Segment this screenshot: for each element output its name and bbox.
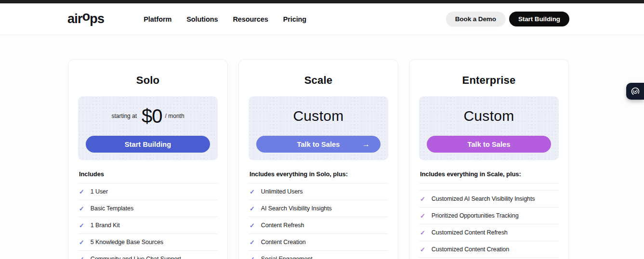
top-bar <box>0 0 644 3</box>
price-value: $0 <box>142 105 162 127</box>
feature-label: Customized AI Search Visibility Insights <box>432 195 535 202</box>
check-icon: ✓ <box>250 189 255 195</box>
price-box: Custom Talk to Sales <box>419 96 559 160</box>
site-header: airops Platform Solutions Resources Pric… <box>0 3 644 35</box>
feature-label: Content Creation <box>261 239 306 246</box>
feature-row: ✓Social Engagement <box>249 250 388 259</box>
book-demo-button[interactable]: Book a Demo <box>446 12 505 26</box>
cta-label: Talk to Sales <box>468 141 511 148</box>
main-nav: Platform Solutions Resources Pricing <box>144 15 306 23</box>
logo-text: ps <box>90 12 104 26</box>
feature-row: ✓AI Search Visibility Insights <box>249 200 388 217</box>
features-list: Includes everything in Solo, plus: ✓Unli… <box>249 170 388 259</box>
talk-to-sales-cta[interactable]: Talk to Sales <box>427 136 551 153</box>
price-box: Custom Talk to Sales→ <box>249 96 388 160</box>
arrow-right-icon: → <box>362 140 370 149</box>
feature-label: Community and Live Chat Support <box>91 256 181 259</box>
feature-label: 1 Brand Kit <box>91 222 120 229</box>
feature-label: Customized Content Refresh <box>432 229 508 236</box>
includes-label: Includes everything in Scale, plus: <box>419 170 559 183</box>
feature-row: ✓Customized AI Search Visibility Insight… <box>419 190 559 207</box>
logo-text: air <box>67 12 82 26</box>
feature-label: Basic Templates <box>91 205 133 212</box>
feature-row: ✓Basic Templates <box>78 200 218 217</box>
feature-label: Social Engagement <box>261 256 313 259</box>
cta-label: Talk to Sales <box>297 141 340 148</box>
feature-row: ✓Customized Content Creation <box>419 241 559 258</box>
header-actions: Book a Demo Start Building <box>446 12 569 26</box>
check-icon: ✓ <box>79 189 84 195</box>
pricing-card-solo: Solo starting at $0 / month Start Buildi… <box>68 59 228 259</box>
feature-row: ✓Prioritized Opportunities Tracking <box>419 207 559 224</box>
check-icon: ✓ <box>79 222 84 229</box>
feature-row-empty <box>419 183 559 190</box>
feature-label: 5 Knowledge Base Sources <box>91 239 163 246</box>
logo-text: o <box>82 9 90 24</box>
includes-label: Includes <box>78 170 218 183</box>
feature-row: ✓1 User <box>78 183 218 200</box>
includes-label: Includes everything in Solo, plus: <box>249 170 388 183</box>
price-value: Custom <box>463 108 514 124</box>
check-icon: ✓ <box>79 206 84 212</box>
price-box: starting at $0 / month Start Building <box>78 96 218 160</box>
nav-item-platform[interactable]: Platform <box>144 15 171 23</box>
check-icon: ✓ <box>420 196 425 202</box>
check-icon: ✓ <box>250 222 255 229</box>
check-icon: ✓ <box>420 230 425 236</box>
talk-to-sales-cta[interactable]: Talk to Sales→ <box>256 136 381 153</box>
feature-label: Content Refresh <box>261 222 304 229</box>
features-list: Includes ✓1 User ✓Basic Templates ✓1 Bra… <box>78 170 218 259</box>
check-icon: ✓ <box>420 246 425 253</box>
feature-row: ✓Content Creation <box>249 233 388 250</box>
feature-label: AI Search Visibility Insights <box>261 205 332 212</box>
check-icon: ✓ <box>250 206 255 212</box>
price-suffix: / month <box>165 113 184 119</box>
plan-title: Scale <box>249 74 388 87</box>
features-list: Includes everything in Scale, plus: ✓Cus… <box>419 170 559 259</box>
check-icon: ✓ <box>79 239 84 246</box>
feature-row: ✓Content Refresh <box>249 217 388 233</box>
price-line: Custom <box>427 96 551 136</box>
price-line: starting at $0 / month <box>86 96 210 136</box>
nav-item-resources[interactable]: Resources <box>233 15 268 23</box>
feature-row: ✓Customized Content Refresh <box>419 224 559 241</box>
airops-logo[interactable]: airops <box>67 12 104 26</box>
feature-row: ✓5 Knowledge Base Sources <box>78 233 218 250</box>
price-line: Custom <box>256 96 381 136</box>
feature-row: ✓Community and Live Chat Support <box>78 250 218 259</box>
pricing-card-enterprise: Enterprise Custom Talk to Sales Includes… <box>409 59 569 259</box>
check-icon: ✓ <box>250 239 255 246</box>
check-icon: ✓ <box>420 213 425 219</box>
pricing-section: Solo starting at $0 / month Start Buildi… <box>0 35 644 259</box>
start-building-cta[interactable]: Start Building <box>86 136 210 153</box>
price-prefix: starting at <box>111 113 137 119</box>
start-building-button[interactable]: Start Building <box>509 12 569 26</box>
feature-row: ✓1 Brand Kit <box>78 217 218 233</box>
feature-label: Unlimited Users <box>261 188 303 195</box>
nav-item-pricing[interactable]: Pricing <box>283 15 306 23</box>
feature-label: 1 User <box>91 188 108 195</box>
plan-title: Solo <box>78 74 218 87</box>
pricing-card-scale: Scale Custom Talk to Sales→ Includes eve… <box>238 59 398 259</box>
check-icon: ✓ <box>250 256 255 259</box>
feature-row: ✓Unlimited Users <box>249 183 388 200</box>
nav-item-solutions[interactable]: Solutions <box>186 15 218 23</box>
plan-title: Enterprise <box>419 74 559 87</box>
accessibility-target-icon <box>631 87 640 96</box>
feature-label: Prioritized Opportunities Tracking <box>432 212 519 219</box>
feature-label: Customized Content Creation <box>432 246 509 253</box>
check-icon: ✓ <box>79 256 84 259</box>
accessibility-widget-button[interactable] <box>626 83 644 100</box>
price-value: Custom <box>293 108 343 124</box>
